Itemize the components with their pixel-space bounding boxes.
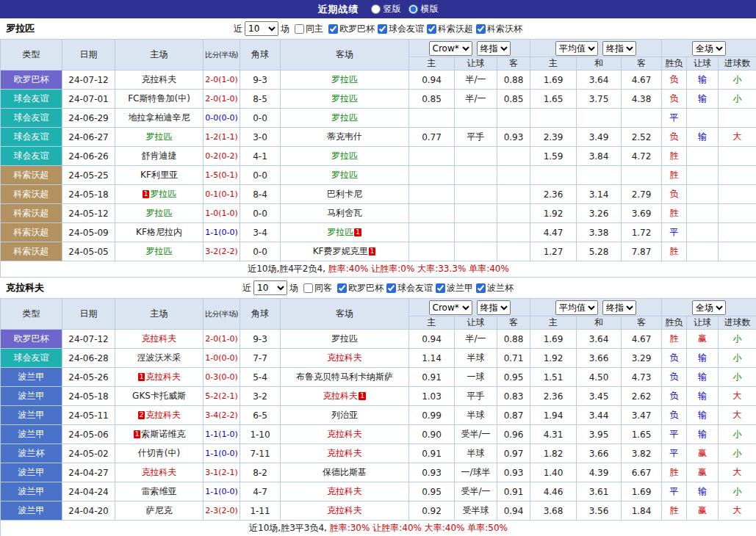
team-link[interactable]: 克拉科夫 bbox=[327, 429, 362, 439]
team-link[interactable]: 克拉科夫 bbox=[327, 505, 362, 515]
team-link[interactable]: 涅波沃米采 bbox=[137, 352, 181, 363]
team-link[interactable]: 罗拉匹 bbox=[150, 189, 176, 199]
team-link[interactable]: 罗拉匹 bbox=[331, 170, 358, 180]
col-corner: 角球 bbox=[240, 40, 281, 70]
layout-radio[interactable] bbox=[408, 4, 418, 14]
team-link[interactable]: 罗拉匹 bbox=[331, 333, 358, 344]
league-filter[interactable]: 欧罗巴杯 bbox=[337, 282, 384, 294]
result-handicap: 输 bbox=[687, 425, 719, 444]
match-count-select[interactable]: 10 bbox=[245, 21, 278, 36]
league-filter-checkbox[interactable] bbox=[476, 283, 486, 293]
avg-home: 1.65 bbox=[530, 90, 577, 109]
match-count-select[interactable]: 10 bbox=[253, 280, 287, 295]
team-link[interactable]: 罗拉匹 bbox=[146, 246, 173, 256]
league-filter[interactable]: 球会友谊 bbox=[378, 23, 424, 35]
match-date: 24-05-11 bbox=[62, 406, 115, 425]
team-link[interactable]: 克拉科夫 bbox=[145, 372, 181, 382]
avg-away: 2.52 bbox=[622, 128, 662, 147]
team-link[interactable]: 舒肯迪捷 bbox=[142, 151, 177, 161]
team-link[interactable]: 克拉科夫 bbox=[145, 410, 181, 420]
avg-source-select[interactable]: 平均值 bbox=[555, 41, 598, 56]
layout-radio[interactable] bbox=[371, 4, 381, 14]
team-link[interactable]: 罗拉匹 bbox=[331, 93, 358, 104]
team-link[interactable]: 克拉科夫 bbox=[142, 333, 177, 344]
avg-source-select[interactable]: 平均值 bbox=[555, 300, 598, 315]
match-date: 24-05-06 bbox=[62, 425, 115, 444]
odds-away bbox=[497, 185, 530, 204]
team-link[interactable]: 马利舍瓦 bbox=[327, 208, 362, 218]
league-badge: 科索沃超 bbox=[1, 185, 62, 204]
team-link[interactable]: 列治亚 bbox=[331, 410, 358, 420]
team-link[interactable]: KF格尼拉内 bbox=[136, 227, 182, 237]
corner-score: 6-5 bbox=[240, 406, 281, 425]
avg-stage-select[interactable]: 终指 bbox=[602, 41, 636, 56]
result-goals: 小 bbox=[719, 444, 756, 463]
league-filter-checkbox[interactable] bbox=[328, 24, 338, 34]
team-link[interactable]: 克拉科夫 bbox=[327, 486, 362, 496]
home-team: 雷索维亚 bbox=[115, 482, 204, 501]
same-venue-filter[interactable]: 同主 bbox=[295, 23, 323, 35]
league-filter-checkbox[interactable] bbox=[436, 283, 445, 293]
league-filter-checkbox[interactable] bbox=[427, 24, 436, 34]
team-link[interactable]: KF利里亚 bbox=[140, 170, 178, 180]
team-link[interactable]: 罗拉匹 bbox=[327, 227, 353, 237]
same-venue-checkbox[interactable] bbox=[295, 24, 304, 34]
team-link[interactable]: 克拉科夫 bbox=[142, 74, 177, 84]
league-filter[interactable]: 波兰甲 bbox=[436, 282, 473, 294]
league-filter[interactable]: 欧罗巴杯 bbox=[328, 23, 375, 35]
league-filter-checkbox[interactable] bbox=[476, 24, 486, 34]
team-link[interactable]: 罗拉匹 bbox=[146, 208, 173, 218]
scope-select[interactable]: 全场 bbox=[692, 41, 726, 56]
same-venue-filter[interactable]: 同客 bbox=[303, 282, 332, 294]
odds-handicap bbox=[455, 166, 497, 185]
team-link[interactable]: 克拉科夫 bbox=[327, 448, 362, 458]
team-link[interactable]: 保德比斯基 bbox=[323, 467, 367, 477]
odds-source-select[interactable]: Crow* bbox=[429, 41, 472, 56]
league-filter[interactable]: 波兰杯 bbox=[476, 282, 514, 294]
layout-option-vertical[interactable]: 竖版 bbox=[371, 3, 401, 15]
avg-stage-select[interactable]: 终指 bbox=[602, 300, 636, 315]
team-link[interactable]: 巴利卡尼 bbox=[327, 189, 362, 199]
team-link[interactable]: 罗拉匹 bbox=[331, 151, 358, 161]
team-link[interactable]: 索斯诺维克 bbox=[141, 429, 185, 439]
team-link[interactable]: 雷索维亚 bbox=[142, 486, 177, 496]
result-handicap: 输 bbox=[687, 128, 719, 147]
scope-select[interactable]: 全场 bbox=[692, 300, 726, 315]
team-link[interactable]: FC斯特鲁加(中) bbox=[128, 93, 190, 104]
league-filter-checkbox[interactable] bbox=[386, 283, 396, 293]
team-link[interactable]: GKS卡托威斯 bbox=[132, 391, 186, 401]
league-filters: 欧罗巴杯球会友谊波兰甲波兰杯 bbox=[334, 282, 514, 294]
team-link[interactable]: 罗拉匹 bbox=[146, 131, 173, 142]
league-filter-checkbox[interactable] bbox=[337, 283, 347, 293]
team-link[interactable]: 蒂克韦什 bbox=[327, 131, 362, 142]
team-link[interactable]: 地拉拿柏迪辛尼 bbox=[129, 112, 190, 123]
team-link[interactable]: 什切青(中) bbox=[138, 448, 180, 458]
avg-away bbox=[622, 166, 662, 185]
col-handicap-result: 让球 bbox=[687, 57, 719, 70]
team-link[interactable]: KF费罗妮克里 bbox=[313, 246, 368, 256]
team-link[interactable]: 克拉科夫 bbox=[142, 467, 177, 477]
team-link[interactable]: 萨尼克 bbox=[146, 505, 173, 515]
team-link[interactable]: 克拉科夫 bbox=[327, 352, 362, 363]
team-link[interactable]: 罗拉匹 bbox=[331, 74, 358, 84]
games-label: 场 bbox=[289, 282, 298, 294]
odds-stage-select[interactable]: 终指 bbox=[477, 41, 511, 56]
league-filter[interactable]: 球会友谊 bbox=[386, 282, 433, 294]
odds-stage-select[interactable]: 终指 bbox=[477, 300, 511, 315]
match-date: 24-06-26 bbox=[62, 147, 115, 166]
corner-score: 8-2 bbox=[240, 463, 281, 482]
team-link[interactable]: 罗拉匹 bbox=[331, 112, 358, 123]
same-venue-label: 同主 bbox=[306, 23, 323, 35]
odds-handicap bbox=[455, 109, 497, 128]
league-filter-checkbox[interactable] bbox=[378, 24, 387, 34]
avg-away: 6.67 bbox=[622, 463, 662, 482]
avg-home: 1.59 bbox=[530, 147, 577, 166]
league-filter[interactable]: 科索沃超 bbox=[427, 23, 473, 35]
layout-option-horizontal[interactable]: 横版 bbox=[408, 3, 439, 15]
team-link[interactable]: 布鲁克贝特马利卡纳斯萨 bbox=[296, 372, 393, 382]
odds-source-select[interactable]: Crow* bbox=[429, 300, 472, 315]
away-team: 布鲁克贝特马利卡纳斯萨 bbox=[281, 368, 409, 387]
team-link[interactable]: 克拉科夫 bbox=[323, 391, 358, 401]
league-filter[interactable]: 科索沃杯 bbox=[476, 23, 522, 35]
same-venue-checkbox[interactable] bbox=[303, 283, 313, 293]
